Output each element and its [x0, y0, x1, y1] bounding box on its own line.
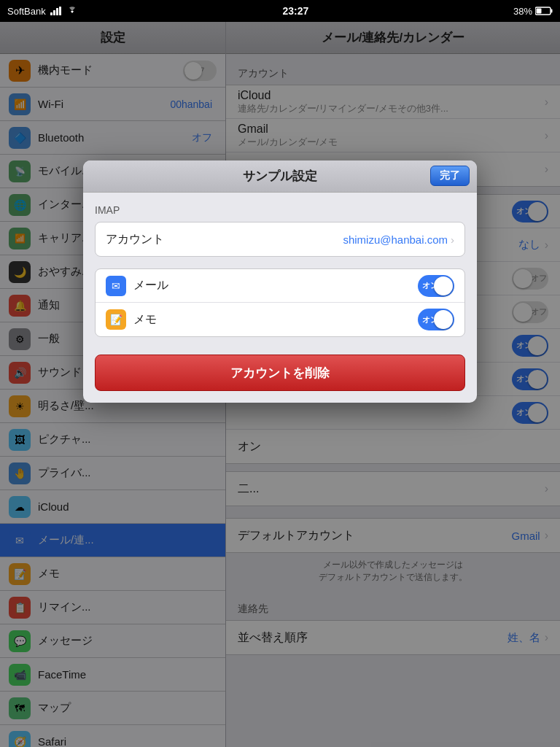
- svg-rect-0: [50, 12, 52, 15]
- svg-rect-1: [53, 10, 55, 15]
- status-right: 38%: [513, 6, 553, 17]
- modal-mail-row[interactable]: ✉ メール オン: [96, 269, 464, 303]
- modal-account-label: アカウント: [106, 232, 343, 247]
- modal-account-chevron: ›: [451, 233, 454, 246]
- modal-memo-icon: 📝: [106, 309, 126, 330]
- signal-icon: [50, 7, 62, 15]
- modal-memo-toggle[interactable]: オン: [418, 309, 454, 330]
- modal-mail-icon: ✉: [106, 276, 126, 296]
- wifi-status-icon: [66, 7, 78, 15]
- modal-body: IMAP アカウント shimizu@hanbai.com › ✉ メール オン: [83, 193, 477, 403]
- modal-mail-toggle[interactable]: オン: [418, 275, 454, 297]
- modal-mail-label: メール: [133, 278, 418, 293]
- status-bar: SoftBank 23:27 38%: [0, 0, 560, 22]
- svg-rect-5: [551, 9, 552, 13]
- battery-label: 38%: [513, 6, 532, 17]
- carrier-label: SoftBank: [7, 6, 46, 17]
- modal-memo-label: メモ: [133, 312, 418, 328]
- modal-title: サンプル設定: [243, 168, 317, 185]
- modal: サンプル設定 完了 IMAP アカウント shimizu@hanbai.com …: [83, 160, 477, 403]
- modal-memo-row[interactable]: 📝 メモ オン: [96, 303, 464, 336]
- status-time: 23:27: [282, 5, 308, 17]
- battery-icon: [535, 7, 553, 15]
- modal-account-row[interactable]: アカウント shimizu@hanbai.com ›: [96, 222, 464, 256]
- svg-rect-6: [536, 9, 541, 14]
- modal-mail-toggle-label: オン: [422, 280, 438, 291]
- modal-toggles-group: ✉ メール オン 📝 メモ オン: [95, 268, 465, 337]
- modal-account-group: アカウント shimizu@hanbai.com ›: [95, 222, 465, 257]
- svg-rect-3: [59, 7, 61, 15]
- modal-header: サンプル設定 完了: [83, 160, 477, 193]
- svg-rect-2: [56, 8, 58, 15]
- status-left: SoftBank: [7, 6, 78, 17]
- modal-account-value: shimizu@hanbai.com: [343, 233, 448, 246]
- modal-overlay: サンプル設定 完了 IMAP アカウント shimizu@hanbai.com …: [0, 22, 560, 747]
- modal-memo-toggle-label: オン: [422, 314, 438, 325]
- modal-done-button[interactable]: 完了: [430, 166, 470, 186]
- modal-imap-label: IMAP: [95, 204, 465, 216]
- delete-account-button[interactable]: アカウントを削除: [95, 355, 465, 391]
